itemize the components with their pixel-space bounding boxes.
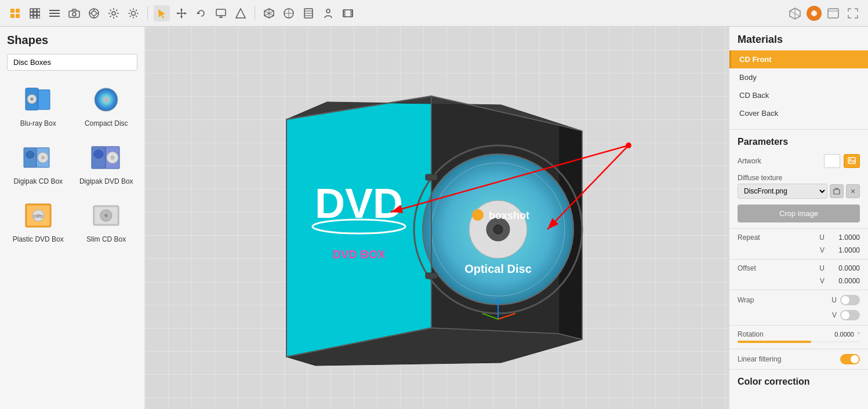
move-tool[interactable] bbox=[173, 5, 190, 21]
shape-item-compact-disc[interactable]: Compact Disc bbox=[75, 79, 138, 131]
svg-point-25 bbox=[132, 11, 136, 15]
svg-point-99 bbox=[106, 215, 107, 217]
dvd-scene-svg: DVD DVD BOX bbox=[211, 50, 663, 386]
shape-category-dropdown[interactable]: Disc Boxes Boxes Books bbox=[7, 54, 137, 71]
svg-rect-2 bbox=[10, 14, 14, 18]
rotation-value[interactable]: 0.0000 bbox=[822, 331, 854, 338]
wrap-v-toggle[interactable] bbox=[840, 310, 860, 320]
material-cover-back[interactable]: Cover Back bbox=[729, 104, 868, 122]
artwork-row: Artwork bbox=[729, 151, 868, 171]
wrap-u-toggle[interactable] bbox=[840, 295, 860, 305]
wrap-u-row: Wrap U bbox=[729, 293, 868, 308]
film-tool[interactable] bbox=[340, 5, 356, 21]
expand-icon[interactable] bbox=[845, 5, 861, 21]
rotation-label: Rotation bbox=[738, 330, 819, 338]
artwork-white-button[interactable] bbox=[824, 154, 840, 168]
repeat-v-row: V 1.0000 bbox=[729, 244, 868, 257]
svg-rect-63 bbox=[351, 15, 353, 17]
svg-rect-8 bbox=[34, 12, 37, 15]
svg-text:Optical Disc: Optical Disc bbox=[464, 262, 532, 275]
app-icon[interactable] bbox=[7, 5, 23, 21]
svg-rect-12 bbox=[37, 16, 40, 19]
shape-tool[interactable] bbox=[233, 5, 249, 21]
offset-v-value[interactable]: 0.0000 bbox=[828, 277, 860, 285]
divider-7 bbox=[729, 369, 868, 370]
grid-icon[interactable] bbox=[27, 5, 43, 21]
crop-image-button[interactable]: Crop image bbox=[738, 204, 860, 222]
svg-line-30 bbox=[130, 9, 131, 10]
svg-rect-3 bbox=[16, 14, 20, 18]
screen-tool[interactable] bbox=[213, 5, 229, 21]
svg-marker-37 bbox=[180, 16, 183, 19]
person-tool[interactable] bbox=[320, 5, 336, 21]
offset-u-key: U bbox=[813, 264, 825, 272]
texture-browse-button[interactable] bbox=[830, 184, 844, 198]
svg-rect-61 bbox=[351, 10, 353, 12]
svg-rect-120 bbox=[426, 273, 437, 279]
svg-rect-41 bbox=[216, 9, 226, 16]
camera-icon[interactable] bbox=[66, 5, 82, 21]
texture-select-dropdown[interactable]: DiscFront.png bbox=[738, 184, 827, 199]
digipak-cd-icon bbox=[18, 140, 59, 175]
shape-item-bluray[interactable]: Blu-ray Box bbox=[7, 79, 70, 131]
svg-marker-39 bbox=[184, 12, 187, 14]
orange-circle-icon[interactable] bbox=[807, 6, 822, 21]
divider-4 bbox=[729, 290, 868, 290]
3d-tool[interactable] bbox=[261, 5, 277, 21]
divider-1 bbox=[729, 129, 868, 130]
material-body[interactable]: Body bbox=[729, 68, 868, 86]
repeat-u-value[interactable]: 1.0000 bbox=[828, 233, 860, 242]
svg-rect-4 bbox=[30, 9, 33, 12]
shape-item-plastic-dvd[interactable]: DVD Plastic DVD Box bbox=[7, 195, 70, 247]
window-icon[interactable] bbox=[825, 5, 841, 21]
svg-point-112 bbox=[493, 225, 503, 234]
artwork-image-button[interactable] bbox=[844, 154, 860, 168]
toolbar bbox=[0, 0, 868, 27]
offset-u-value[interactable]: 0.0000 bbox=[828, 264, 860, 272]
svg-point-17 bbox=[72, 12, 76, 16]
shape-item-digipak-dvd[interactable]: Digipak DVD Box bbox=[75, 137, 138, 189]
shape-item-slim-cd[interactable]: Slim CD Box bbox=[75, 195, 138, 247]
svg-line-31 bbox=[136, 16, 137, 17]
svg-marker-40 bbox=[197, 12, 200, 14]
artwork-label: Artwork bbox=[738, 157, 820, 165]
divider-2 bbox=[729, 228, 868, 229]
repeat-u-key: U bbox=[813, 233, 825, 242]
linear-filtering-label: Linear filtering bbox=[738, 355, 837, 363]
texture-row: Diffuse texture DiscFront.png × bbox=[729, 171, 868, 201]
svg-rect-0 bbox=[10, 9, 14, 13]
target-icon[interactable] bbox=[86, 5, 102, 21]
svg-rect-1 bbox=[16, 9, 20, 13]
texture-clear-button[interactable]: × bbox=[846, 184, 860, 198]
viewport[interactable]: DVD DVD BOX bbox=[145, 27, 729, 409]
svg-rect-58 bbox=[343, 10, 345, 12]
linear-filtering-toggle[interactable] bbox=[840, 354, 860, 364]
svg-rect-128 bbox=[848, 158, 855, 163]
wrap-v-row: V bbox=[729, 308, 868, 323]
material-cd-front[interactable]: CD Front bbox=[729, 50, 868, 68]
svg-rect-59 bbox=[343, 12, 345, 14]
main-layout: Shapes Disc Boxes Boxes Books bbox=[0, 27, 868, 409]
texture-tool[interactable] bbox=[300, 5, 317, 21]
circle-tool[interactable] bbox=[281, 5, 297, 21]
settings-icon[interactable] bbox=[106, 5, 122, 21]
svg-text:DVD: DVD bbox=[33, 214, 43, 219]
repeat-v-value[interactable]: 1.0000 bbox=[828, 246, 860, 254]
digipak-cd-label: Digipak CD Box bbox=[13, 177, 63, 185]
rotation-bar[interactable] bbox=[738, 341, 860, 343]
sun-icon[interactable] bbox=[125, 5, 141, 21]
rotate-tool[interactable] bbox=[193, 5, 209, 21]
svg-rect-6 bbox=[37, 9, 40, 12]
svg-text:boxshot: boxshot bbox=[489, 210, 529, 221]
cursor-tool[interactable] bbox=[154, 5, 170, 21]
divider-6 bbox=[729, 349, 868, 349]
shapes-sidebar: Shapes Disc Boxes Boxes Books bbox=[0, 27, 145, 409]
shape-item-digipak-cd[interactable]: Digipak CD Box bbox=[7, 137, 70, 189]
svg-rect-10 bbox=[30, 16, 33, 19]
svg-point-113 bbox=[472, 209, 484, 221]
menu-icon[interactable] bbox=[46, 5, 63, 21]
cube-icon[interactable] bbox=[787, 5, 803, 21]
material-cd-back[interactable]: CD Back bbox=[729, 86, 868, 104]
svg-marker-36 bbox=[180, 8, 183, 10]
offset-v-key: V bbox=[813, 277, 825, 285]
